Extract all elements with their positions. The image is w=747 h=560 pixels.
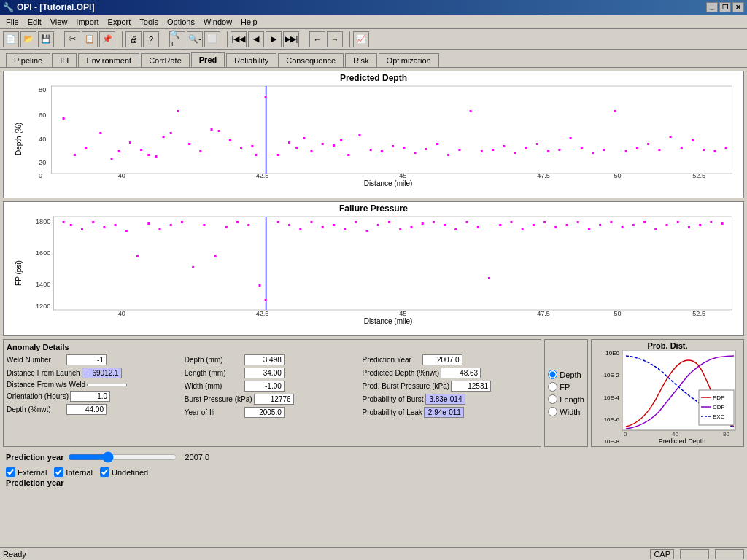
save-button[interactable]: 💾 xyxy=(38,31,54,47)
checkbox-row: External Internal Undefined xyxy=(3,467,744,477)
svg-rect-100 xyxy=(236,221,239,223)
svg-rect-31 xyxy=(295,147,298,149)
label-pred-year: Prediction Year xyxy=(363,356,421,364)
radio-depth[interactable]: Depth xyxy=(548,370,584,379)
value-width-mm: -1.00 xyxy=(244,381,285,392)
label-prob-leak: Probability of Leak xyxy=(363,408,422,416)
close-button[interactable]: ✕ xyxy=(732,2,744,12)
svg-rect-132 xyxy=(588,228,590,230)
next-button[interactable]: ▶ xyxy=(266,31,282,47)
svg-rect-137 xyxy=(643,221,646,223)
zoom-out-button[interactable]: 🔍- xyxy=(187,31,203,47)
separator-3 xyxy=(162,31,166,47)
tab-consequence[interactable]: Consequence xyxy=(278,53,344,67)
ytick-5: 10E-8 xyxy=(593,438,619,445)
cb-internal[interactable]: Internal xyxy=(54,467,93,477)
app-icon: 🔧 xyxy=(3,2,14,12)
svg-text:PDF: PDF xyxy=(713,394,724,401)
radio-width[interactable]: Width xyxy=(548,407,584,416)
cb-undefined[interactable]: Undefined xyxy=(100,467,148,477)
main-content: Predicted Depth Depth (%) 80 60 40 20 0 xyxy=(0,68,747,491)
svg-text:60: 60 xyxy=(39,112,46,119)
radio-fp[interactable]: FP xyxy=(548,382,584,392)
tab-pipeline[interactable]: Pipeline xyxy=(6,53,50,67)
radio-panel: Depth FP Length Width xyxy=(544,339,588,447)
svg-rect-98 xyxy=(214,255,217,257)
tab-reliability[interactable]: Reliability xyxy=(226,53,276,67)
tab-corrrate[interactable]: CorrRate xyxy=(141,53,190,67)
restore-button[interactable]: ❐ xyxy=(719,2,731,12)
svg-text:50: 50 xyxy=(614,310,621,317)
tab-environment[interactable]: Environment xyxy=(78,53,139,67)
anomaly-col1: Weld Number -1 Distance From Launch 6901… xyxy=(7,354,182,418)
menu-window[interactable]: Window xyxy=(199,16,236,28)
svg-rect-32 xyxy=(303,137,305,139)
svg-text:1600: 1600 xyxy=(36,249,50,257)
cb-external[interactable]: External xyxy=(6,467,47,477)
svg-rect-5 xyxy=(51,86,732,174)
open-button[interactable]: 📂 xyxy=(20,31,36,47)
svg-rect-88 xyxy=(103,226,105,228)
svg-rect-59 xyxy=(592,152,594,154)
svg-rect-11 xyxy=(111,158,113,160)
help-button[interactable]: ? xyxy=(143,31,159,47)
tab-risk[interactable]: Risk xyxy=(345,53,376,67)
svg-text:52.5: 52.5 xyxy=(692,172,705,179)
print-button[interactable]: 🖨 xyxy=(125,31,142,47)
svg-rect-63 xyxy=(636,147,638,149)
value-pred-year: 2007.0 xyxy=(422,354,462,365)
forward-button[interactable]: → xyxy=(327,31,343,47)
svg-rect-24 xyxy=(229,139,231,141)
tab-ili[interactable]: ILI xyxy=(52,53,77,67)
statusbar: Ready CAP xyxy=(0,547,747,560)
svg-rect-129 xyxy=(554,226,557,228)
cut-button[interactable]: ✂ xyxy=(64,31,80,47)
svg-rect-85 xyxy=(70,224,72,226)
menu-help[interactable]: Help xyxy=(236,16,262,28)
svg-rect-70 xyxy=(713,150,716,152)
menu-view[interactable]: View xyxy=(46,16,72,28)
svg-rect-86 xyxy=(81,228,83,230)
chart-button[interactable]: 📈 xyxy=(353,31,369,47)
svg-text:47.5: 47.5 xyxy=(537,172,550,179)
svg-rect-144 xyxy=(721,222,724,225)
svg-rect-23 xyxy=(218,130,220,132)
svg-rect-106 xyxy=(299,228,301,230)
svg-rect-109 xyxy=(333,224,335,226)
paste-button[interactable]: 📌 xyxy=(99,31,115,47)
menu-file[interactable]: File xyxy=(1,16,23,28)
svg-rect-87 xyxy=(92,221,94,223)
zoom-rect-button[interactable]: ⬜ xyxy=(204,31,220,47)
copy-button[interactable]: 📋 xyxy=(82,31,98,47)
menu-export[interactable]: Export xyxy=(104,16,136,28)
tab-optimization[interactable]: Optimization xyxy=(379,53,439,67)
svg-rect-9 xyxy=(85,147,87,149)
zoom-in-button[interactable]: 🔍+ xyxy=(169,31,185,47)
first-button[interactable]: |◀◀ xyxy=(231,31,247,47)
prediction-year-slider[interactable] xyxy=(68,451,177,463)
svg-rect-13 xyxy=(129,141,131,144)
radio-length[interactable]: Length xyxy=(548,394,584,404)
tab-pred[interactable]: Pred xyxy=(191,52,225,67)
svg-rect-125 xyxy=(510,221,512,223)
failure-pressure-chart: Failure Pressure FP (psi) 1800 1600 1400… xyxy=(3,201,744,336)
menu-edit[interactable]: Edit xyxy=(23,16,46,28)
back-button[interactable]: ← xyxy=(309,31,325,47)
label-prob-burst: Probability of Burst xyxy=(363,395,424,403)
svg-rect-65 xyxy=(658,149,660,151)
svg-rect-105 xyxy=(288,224,290,226)
predicted-depth-chart: Predicted Depth Depth (%) 80 60 40 20 0 xyxy=(3,71,744,198)
last-button[interactable]: ▶▶| xyxy=(283,31,299,47)
prob-dist-svg: PDF CDF EXC 0 40 80 xyxy=(622,350,739,438)
svg-rect-55 xyxy=(547,150,549,152)
menu-options[interactable]: Options xyxy=(163,16,199,28)
svg-text:1200: 1200 xyxy=(36,303,50,310)
new-button[interactable]: 📄 xyxy=(3,31,19,47)
menu-tools[interactable]: Tools xyxy=(135,16,163,28)
svg-rect-111 xyxy=(355,221,357,223)
menu-import[interactable]: Import xyxy=(71,16,103,28)
svg-text:CDF: CDF xyxy=(713,404,725,411)
prev-button[interactable]: ◀ xyxy=(248,31,264,47)
minimize-button[interactable]: _ xyxy=(706,2,718,12)
svg-text:42.5: 42.5 xyxy=(256,310,269,317)
